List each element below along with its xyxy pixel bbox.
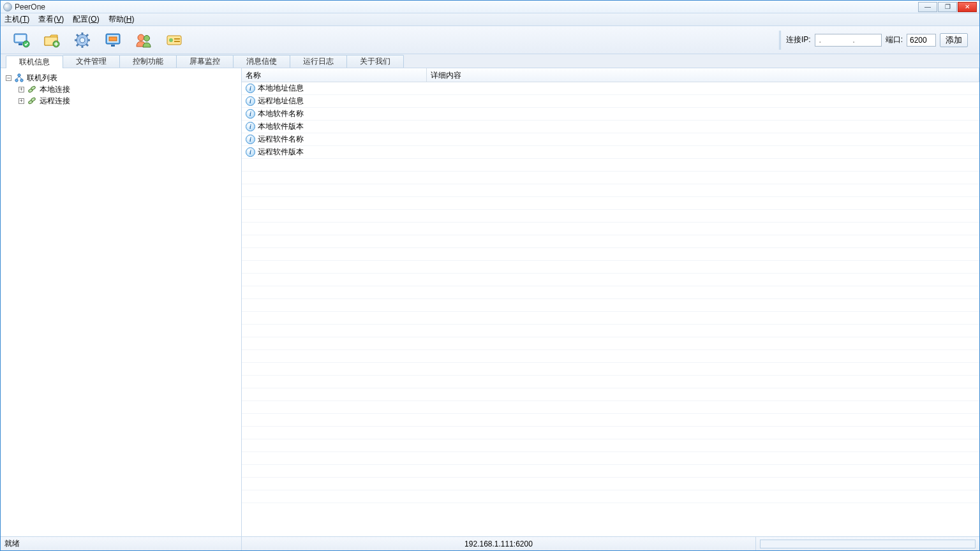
connect-ip-input[interactable] [815, 34, 882, 47]
app-window: PeerOne — ❐ ✕ 主机(T) 查看(V) 配置(O) 帮助(H) [0, 0, 980, 551]
tab-screen-monitor[interactable]: 屏幕监控 [176, 55, 234, 68]
row-name: 远程软件版本 [258, 147, 304, 158]
listview-header: 名称 详细内容 [242, 68, 979, 82]
list-row[interactable]: 本地地址信息 [242, 82, 979, 95]
list-row[interactable]: 本地软件版本 [242, 121, 979, 133]
svg-rect-18 [111, 45, 115, 47]
row-name: 远程软件名称 [258, 134, 304, 145]
tool-monitor[interactable] [7, 29, 35, 52]
list-row [242, 363, 979, 376]
expand-icon[interactable]: + [19, 87, 24, 92]
list-row [242, 159, 979, 172]
svg-point-25 [18, 74, 20, 77]
tab-messenger[interactable]: 消息信使 [233, 55, 290, 68]
svg-line-11 [77, 34, 78, 36]
info-icon [246, 147, 255, 157]
connect-port-label: 端口: [886, 34, 903, 45]
app-icon [3, 3, 12, 11]
menu-help[interactable]: 帮助(H) [108, 14, 135, 25]
info-icon [246, 96, 255, 106]
column-name[interactable]: 名称 [242, 68, 427, 82]
close-button[interactable]: ✕ [958, 2, 977, 12]
monitor-icon [12, 31, 30, 49]
row-name: 远程地址信息 [258, 96, 304, 107]
status-ready: 就绪 [1, 537, 242, 550]
list-row [242, 350, 979, 363]
list-row [242, 452, 979, 465]
list-row [242, 286, 979, 299]
tool-card[interactable] [160, 29, 188, 52]
svg-rect-2 [19, 43, 22, 45]
list-row [242, 388, 979, 401]
tree-item-label: 远程连接 [40, 96, 70, 107]
menubar: 主机(T) 查看(V) 配置(O) 帮助(H) [1, 13, 979, 26]
tabbar: 联机信息 文件管理 控制功能 屏幕监控 消息信使 运行日志 关于我们 [1, 54, 979, 68]
svg-point-20 [144, 35, 150, 41]
tool-screen[interactable] [99, 29, 127, 52]
svg-point-31 [31, 97, 36, 101]
list-row [242, 490, 979, 503]
folder-icon [43, 31, 61, 49]
list-row[interactable]: 远程地址信息 [242, 95, 979, 108]
tab-control[interactable]: 控制功能 [119, 55, 177, 68]
tab-about[interactable]: 关于我们 [346, 55, 404, 68]
svg-point-22 [169, 38, 173, 42]
connect-add-button[interactable]: 添加 [940, 33, 968, 47]
svg-line-13 [77, 44, 78, 46]
info-icon [246, 84, 255, 93]
list-row [242, 210, 979, 223]
svg-point-27 [20, 79, 23, 82]
listview: 名称 详细内容 本地地址信息远程地址信息本地软件名称本地软件版本远程软件名称远程… [242, 68, 979, 536]
list-row[interactable]: 远程软件版本 [242, 146, 979, 159]
tool-gear[interactable] [68, 29, 96, 52]
list-row [242, 325, 979, 337]
tool-folder[interactable] [38, 29, 66, 52]
statusbar: 就绪 192.168.1.111:6200 [1, 536, 979, 550]
toolbar: 连接IP: 端口: 添加 [1, 26, 979, 54]
link-icon [27, 84, 37, 94]
list-row [242, 274, 979, 286]
info-icon [246, 109, 255, 119]
list-row [242, 172, 979, 184]
list-row [242, 401, 979, 414]
menu-host[interactable]: 主机(T) [4, 14, 29, 25]
tool-users[interactable] [130, 29, 158, 52]
expand-icon[interactable]: + [19, 98, 24, 104]
maximize-button[interactable]: ❐ [938, 2, 957, 12]
collapse-icon[interactable]: − [6, 75, 11, 81]
minimize-button[interactable]: — [918, 2, 937, 12]
connect-port-input[interactable] [907, 34, 936, 47]
svg-point-26 [15, 79, 18, 82]
listview-body: 本地地址信息远程地址信息本地软件名称本地软件版本远程软件名称远程软件版本 [242, 82, 979, 536]
list-row[interactable]: 本地软件名称 [242, 108, 979, 121]
svg-rect-17 [109, 37, 117, 41]
column-detail[interactable]: 详细内容 [427, 68, 979, 82]
list-row [242, 235, 979, 248]
menu-view[interactable]: 查看(V) [38, 14, 64, 25]
svg-line-14 [86, 34, 88, 36]
row-name: 本地软件版本 [258, 121, 304, 132]
list-row [242, 439, 979, 452]
tree-root[interactable]: − 联机列表 [6, 72, 236, 84]
svg-rect-1 [15, 35, 26, 41]
network-icon [14, 73, 24, 83]
tab-connection-info[interactable]: 联机信息 [6, 55, 63, 68]
screen-icon [104, 31, 122, 49]
tab-file-manage[interactable]: 文件管理 [63, 55, 120, 68]
menu-config[interactable]: 配置(O) [73, 14, 99, 25]
list-row[interactable]: 远程软件名称 [242, 133, 979, 146]
tree-item-local[interactable]: + 本地连接 [19, 84, 236, 95]
svg-point-29 [31, 85, 36, 90]
tree-item-label: 本地连接 [40, 84, 70, 95]
tab-run-log[interactable]: 运行日志 [290, 55, 347, 68]
svg-point-6 [80, 38, 85, 43]
tree-item-remote[interactable]: + 远程连接 [19, 95, 236, 107]
svg-line-12 [86, 44, 88, 46]
list-row [242, 184, 979, 197]
row-name: 本地地址信息 [258, 83, 304, 94]
users-icon [135, 31, 152, 49]
app-title: PeerOne [15, 3, 45, 11]
list-row [242, 312, 979, 325]
progress-bar [760, 540, 976, 548]
list-row [242, 248, 979, 261]
